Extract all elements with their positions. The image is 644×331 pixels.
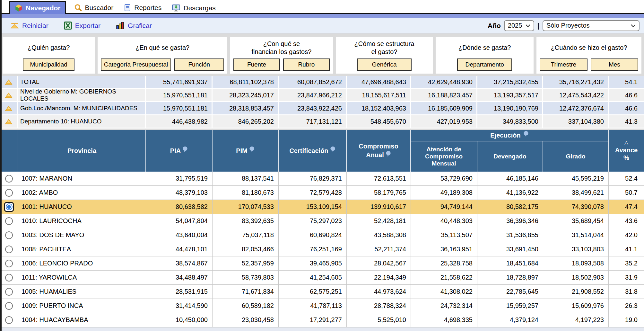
province-radio[interactable]: [5, 274, 13, 282]
pia-value: 31,795,519: [146, 172, 213, 185]
question-group-quien: ¿Quién gasta? Municipalidad: [3, 37, 95, 74]
summary-pim: 846,265,202: [213, 115, 279, 128]
girado-value: 18,093,508: [543, 256, 609, 270]
question-group-con-que: ¿Con qué sefinancian los gastos? Fuente …: [230, 37, 333, 74]
scope-select[interactable]: Sólo Proyectos: [543, 20, 640, 31]
header-pia: PIA: [146, 130, 213, 172]
devengado-value: 41,136,922: [477, 186, 543, 200]
devengado-value: 36,396,346: [477, 214, 543, 228]
avance-value: 35.2: [609, 256, 644, 270]
province-radio[interactable]: [5, 288, 13, 296]
question-text: ¿Quién gasta?: [3, 37, 95, 58]
province-radio[interactable]: [5, 316, 13, 324]
girado-value: 21,908,552: [543, 285, 609, 299]
province-radio[interactable]: [5, 302, 13, 310]
atencion-compromiso-value: 21,558,622: [411, 271, 477, 284]
trimestre-button[interactable]: Trimestre: [540, 58, 587, 71]
filter-balloon-icon[interactable]: [330, 146, 335, 153]
avance-value: 31.8: [609, 285, 644, 299]
tab-label: Descargas: [183, 4, 215, 12]
compromiso-anual-value: 22,194,349: [347, 271, 411, 284]
table-row: 1004: HUACAYBAMBA 10,450,000 23,030,458 …: [0, 313, 644, 327]
province-radio[interactable]: [5, 175, 13, 183]
filter-balloon-icon[interactable]: [182, 146, 188, 153]
question-panel: ¿Quién gasta? Municipalidad ¿En qué se g…: [0, 33, 644, 74]
chevron-down-icon: [631, 24, 636, 27]
generica-button[interactable]: Genérica: [357, 58, 411, 71]
header-girado: Girado: [543, 141, 608, 172]
atencion-compromiso-value: 49,189,308: [411, 186, 477, 200]
summary-section: TOTAL 55,741,691,937 68,811,102,378 60,0…: [0, 76, 644, 129]
province-name: 1003: DOS DE MAYO: [18, 228, 146, 242]
compromiso-anual-value: 52,211,374: [347, 242, 411, 256]
pia-value: 34,488,497: [146, 271, 213, 284]
devengado-value: 22,785,645: [477, 285, 543, 299]
pia-value: 48,379,103: [146, 186, 213, 200]
filter-balloon-icon[interactable]: [249, 146, 255, 153]
pim-value: 71,671,834: [213, 285, 279, 299]
categoria-presupuestal-button[interactable]: Categoría Presupuestal: [101, 58, 171, 71]
tab-descargas[interactable]: Descargas: [169, 3, 218, 13]
pim-value: 23,030,458: [213, 313, 279, 327]
province-radio[interactable]: [4, 202, 14, 212]
departamento-button[interactable]: Departamento: [457, 58, 512, 71]
atencion-compromiso-value: 40,448,303: [411, 214, 477, 228]
summary-avance: 54.1: [609, 76, 644, 88]
fuente-button[interactable]: Fuente: [233, 58, 280, 71]
radio-cell: [0, 214, 18, 228]
summary-devengado: 37,215,832,455: [477, 76, 543, 88]
pia-value: 28,531,915: [146, 285, 213, 299]
summary-row: Nivel de Gobierno M: GOBIERNOS LOCALES 1…: [0, 89, 644, 102]
girado-value: 38,499,621: [543, 186, 609, 200]
filter-balloon-icon[interactable]: [386, 151, 391, 157]
filter-balloon-icon[interactable]: [523, 131, 529, 137]
tab-reportes[interactable]: Reportes: [121, 2, 164, 13]
collapse-triangle-icon[interactable]: [0, 89, 18, 101]
pia-value: 44,478,101: [146, 242, 213, 256]
municipalidad-button[interactable]: Municipalidad: [23, 58, 74, 71]
collapse-triangle-icon[interactable]: [0, 102, 18, 114]
radio-cell: [0, 313, 18, 327]
scope-value: Sólo Proyectos: [546, 22, 590, 29]
summary-devengado: 13,193,357,517: [477, 89, 543, 101]
tab-buscador[interactable]: Buscador: [71, 2, 116, 13]
compromiso-anual-value: 58,179,765: [347, 186, 411, 200]
header-ejecucion-group: Ejecución Atención de Compromiso Mensual…: [411, 130, 609, 172]
pim-value: 170,074,533: [213, 200, 279, 214]
certificacion-value: 60,690,824: [279, 228, 347, 242]
avance-value: 47.4: [609, 200, 644, 214]
summary-pim: 28,323,245,017: [213, 89, 279, 101]
collapse-triangle-icon[interactable]: [0, 76, 18, 88]
radio-cell: [0, 256, 18, 270]
summary-pia: 15,970,551,181: [146, 89, 213, 101]
year-select[interactable]: 2025: [504, 20, 534, 31]
girado-value: 35,689,454: [543, 214, 609, 228]
avance-value: 52.4: [609, 172, 644, 185]
compromiso-anual-value: 28,788,324: [347, 299, 411, 313]
exportar-button[interactable]: Exportar: [64, 22, 100, 30]
girado-value: 33,103,803: [543, 242, 609, 256]
mes-button[interactable]: Mes: [591, 58, 638, 71]
tab-navegador[interactable]: Navegador: [9, 1, 66, 14]
certificacion-value: 39,465,905: [279, 256, 347, 270]
report-icon: [124, 4, 131, 12]
atencion-compromiso-value: 41,308,022: [411, 285, 477, 299]
summary-avance: 41.3: [609, 115, 644, 128]
atencion-compromiso-value: 53,729,690: [411, 172, 477, 185]
rubro-button[interactable]: Rubro: [283, 58, 330, 71]
funcion-button[interactable]: Función: [174, 58, 224, 71]
province-radio[interactable]: [5, 246, 13, 253]
province-name: 1002: AMBO: [18, 186, 146, 200]
province-radio[interactable]: [5, 260, 13, 267]
reiniciar-button[interactable]: Reiniciar: [10, 22, 48, 30]
question-group-cuando: ¿Cuándo se hizo el gasto? Trimestre Mes: [536, 37, 641, 74]
province-radio[interactable]: [5, 189, 13, 197]
collapse-triangle-icon[interactable]: [0, 115, 18, 128]
province-radio[interactable]: [5, 231, 13, 239]
graficar-button[interactable]: Graficar: [116, 22, 152, 30]
province-radio[interactable]: [5, 217, 13, 225]
excel-icon: [64, 22, 72, 30]
summary-devengado: 13,190,190,769: [477, 102, 543, 114]
pia-value: 54,047,804: [146, 214, 213, 228]
summary-atencion: 42,629,448,930: [411, 76, 477, 88]
